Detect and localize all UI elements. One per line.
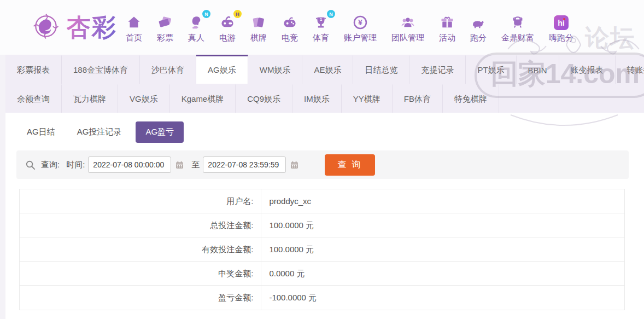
query-label: 查询: xyxy=(41,160,60,170)
table-row-valid-bet: 有效投注金额: 100.0000 元 xyxy=(20,237,624,262)
rhino-icon xyxy=(470,14,487,30)
subtab-ag-bet-records[interactable]: AG投注记录 xyxy=(69,121,130,143)
row-value: 0.0000 元 xyxy=(261,262,305,285)
end-time-input[interactable] xyxy=(203,156,286,173)
nav-label: 团队管理 xyxy=(391,33,424,43)
row-value: -100.0000 元 xyxy=(261,286,317,310)
nav-item-account-mgmt[interactable]: ¥ 账户管理 xyxy=(344,14,377,43)
tab-wm-games[interactable]: WM娱乐 xyxy=(248,55,303,84)
content-panel: AG日结 AG投注记录 AG盈亏 查询: 时间: 至 查 询 用户名: prod… xyxy=(5,113,644,319)
tab-188-sports[interactable]: 188金宝博体育 xyxy=(62,55,140,84)
tab-cq9-games[interactable]: CQ9娱乐 xyxy=(236,84,292,113)
nav-label: 体育 xyxy=(313,33,329,43)
tab-lottery-report[interactable]: 彩票报表 xyxy=(5,55,62,84)
search-icon xyxy=(25,160,36,170)
nav-label: 活动 xyxy=(439,33,455,43)
subtab-ag-profit[interactable]: AG盈亏 xyxy=(136,121,184,143)
tab-ae-games[interactable]: AE娱乐 xyxy=(302,55,353,84)
tab-bbin[interactable]: BBIN xyxy=(517,55,559,84)
tab-fb-sports[interactable]: FB体育 xyxy=(393,84,443,113)
top-header: 杏彩 首页 彩票 N 真人 H 电游 xyxy=(0,0,644,55)
row-value: 100.0000 元 xyxy=(261,237,314,261)
nav-item-hi-paofen[interactable]: hi 嗨跑分 xyxy=(549,14,573,43)
live-person-icon: N xyxy=(189,14,204,30)
tab-wali-cards[interactable]: 瓦力棋牌 xyxy=(62,84,118,113)
tab-daily-summary[interactable]: 日结总览 xyxy=(353,55,409,84)
tab-account-change-report[interactable]: 账变报表 xyxy=(559,55,616,84)
tab-row-1: 彩票报表 188金宝博体育 沙巴体育 AG娱乐 WM娱乐 AE娱乐 日结总览 充… xyxy=(5,55,644,84)
tab-vg-games[interactable]: VG娱乐 xyxy=(118,84,170,113)
profit-detail-table: 用户名: proddyc_xc 总投注金额: 100.0000 元 有效投注金额… xyxy=(19,189,625,310)
nav-item-live[interactable]: N 真人 xyxy=(188,14,204,43)
tab-transfer-report[interactable]: 转账报表 xyxy=(616,55,644,84)
coin-yen-icon: ¥ xyxy=(353,14,368,30)
row-label: 盈亏金额: xyxy=(20,286,261,310)
nav-label: 棋牌 xyxy=(250,33,267,43)
tab-balance-query[interactable]: 余额查询 xyxy=(5,84,62,113)
tab-ag-games[interactable]: AG娱乐 xyxy=(196,55,248,84)
hi-app-dot xyxy=(563,18,565,20)
table-row-profit-amount: 盈亏金额: -100.0000 元 xyxy=(20,286,624,310)
svg-text:¥: ¥ xyxy=(358,18,362,27)
query-bar: 查询: 时间: 至 查 询 xyxy=(16,150,629,179)
nav-label: 电游 xyxy=(219,33,236,43)
svg-text:1: 1 xyxy=(320,17,322,22)
row-value: 100.0000 元 xyxy=(261,213,314,237)
nav-label: 嗨跑分 xyxy=(549,33,573,43)
cards-icon xyxy=(251,14,266,30)
table-row-username: 用户名: proddyc_xc xyxy=(20,189,624,213)
nav-item-esports[interactable]: 电竞 xyxy=(282,14,298,43)
tab-deposit-withdraw-records[interactable]: 充提记录 xyxy=(409,55,466,84)
nav-item-cards[interactable]: 棋牌 xyxy=(250,14,267,43)
tab-row-2: 余额查询 瓦力棋牌 VG娱乐 Kgame棋牌 CQ9娱乐 IM娱乐 YY棋牌 F… xyxy=(5,84,644,113)
nav-label: 电竞 xyxy=(282,33,298,43)
nav-item-egames[interactable]: H 电游 xyxy=(219,14,236,43)
table-row-total-bet: 总投注金额: 100.0000 元 xyxy=(20,213,624,237)
logo-emblem-icon xyxy=(31,11,61,44)
start-time-input[interactable] xyxy=(88,156,171,173)
gift-icon xyxy=(440,14,455,30)
nav-item-lottery[interactable]: 彩票 xyxy=(157,14,173,43)
time-label: 时间: xyxy=(66,160,85,170)
nav-item-promotions[interactable]: 活动 xyxy=(439,14,455,43)
ticket-icon xyxy=(157,14,173,30)
tab-pt-games[interactable]: PT娱乐 xyxy=(466,55,516,84)
tab-yy-cards[interactable]: YY棋牌 xyxy=(342,84,393,113)
nav-item-team-mgmt[interactable]: 团队管理 xyxy=(391,14,424,43)
report-tabs: 彩票报表 188金宝博体育 沙巴体育 AG娱乐 WM娱乐 AE娱乐 日结总览 充… xyxy=(5,55,644,113)
to-label: 至 xyxy=(191,160,200,170)
ag-subtabs: AG日结 AG投注记录 AG盈亏 xyxy=(19,121,644,143)
row-label: 总投注金额: xyxy=(20,213,261,237)
tab-im-games[interactable]: IM娱乐 xyxy=(292,84,342,113)
nav-label: 账户管理 xyxy=(344,33,377,43)
logo-text: 杏彩 xyxy=(67,11,117,44)
query-button[interactable]: 查 询 xyxy=(325,154,374,176)
badge-n: N xyxy=(202,10,210,18)
nav-label: 跑分 xyxy=(470,33,487,43)
nav-item-paofen[interactable]: 跑分 xyxy=(470,14,487,43)
subtab-ag-daily[interactable]: AG日结 xyxy=(19,121,63,143)
nav-item-jinding-wealth[interactable]: 金鼎财富 xyxy=(501,14,534,43)
badge-h: H xyxy=(233,10,242,18)
hi-app-icon: hi xyxy=(554,14,569,30)
tab-tetu-cards[interactable]: 特兔棋牌 xyxy=(443,84,499,113)
nav-label: 金鼎财富 xyxy=(501,33,534,43)
tab-kgame-cards[interactable]: Kgame棋牌 xyxy=(170,84,236,113)
calendar-icon-end[interactable] xyxy=(290,160,299,170)
team-people-icon xyxy=(400,14,415,30)
row-value: proddyc_xc xyxy=(261,189,311,213)
trophy-icon: 1 N xyxy=(313,14,329,30)
main-nav: 首页 彩票 N 真人 H 电游 棋牌 xyxy=(126,14,573,43)
gamepad-icon: H xyxy=(220,14,235,30)
calendar-icon-start[interactable] xyxy=(175,160,184,170)
nav-label: 真人 xyxy=(188,33,204,43)
row-label: 中奖金额: xyxy=(20,262,261,285)
nav-label: 彩票 xyxy=(157,33,173,43)
nav-item-sports[interactable]: 1 N 体育 xyxy=(313,14,329,43)
site-logo[interactable]: 杏彩 xyxy=(31,11,117,44)
row-label: 用户名: xyxy=(20,189,261,213)
nav-label: 首页 xyxy=(126,33,142,43)
table-row-win-amount: 中奖金额: 0.0000 元 xyxy=(20,262,624,286)
nav-item-home[interactable]: 首页 xyxy=(126,14,142,43)
tab-saba-sports[interactable]: 沙巴体育 xyxy=(140,55,196,84)
